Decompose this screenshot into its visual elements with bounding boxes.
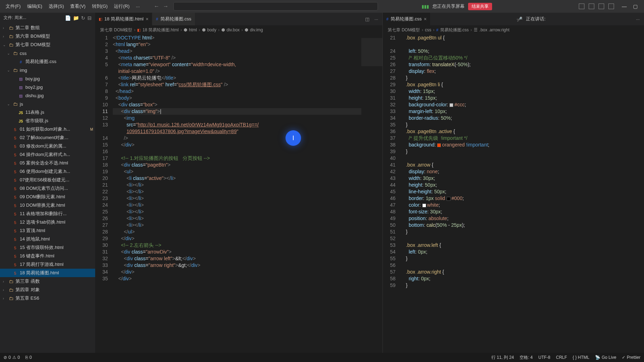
status-spaces[interactable]: 空格: 4 bbox=[520, 355, 533, 361]
editor-group-1: ◧ 18 简易轮播图.html × # 简易轮播图.css ◫ ··· 第七章 … bbox=[95, 13, 383, 353]
share-status: 您正在共享屏幕 bbox=[433, 3, 465, 10]
breadcrumb-2[interactable]: 第七章 DOM模型› css› #简易轮播图.css› ☰.box .arrow… bbox=[383, 25, 644, 35]
tree-item[interactable]: 508 DOM元素节点访问... bbox=[0, 184, 95, 193]
tree-item[interactable]: 514 抓地鼠.html bbox=[0, 235, 95, 243]
menu-run[interactable]: 运行(R) bbox=[111, 2, 132, 11]
html5-icon: ◧ bbox=[99, 17, 102, 21]
minimap-1[interactable] bbox=[361, 35, 382, 353]
tree-item[interactable]: 518 简易轮播图.html bbox=[0, 269, 95, 277]
tree-item[interactable]: 503 修改dom元素的属... bbox=[0, 142, 95, 150]
new-file-icon[interactable]: 📄 bbox=[65, 15, 71, 21]
layout-custom-icon[interactable] bbox=[608, 4, 614, 9]
mic-muted-icon[interactable]: 🎤 bbox=[517, 17, 522, 22]
tree-item[interactable]: ▨boy.jpg bbox=[0, 74, 95, 83]
status-encoding[interactable]: UTF-8 bbox=[538, 355, 550, 361]
menu-goto[interactable]: 转到(G) bbox=[89, 2, 111, 11]
file-tree: ›🗀第二章 数组›🗀第六章 BOM模型⌄🗀第七章 DOM模型⌄🗀css#简易轮播… bbox=[0, 23, 95, 353]
tree-item[interactable]: 507使用ES6模板创建元... bbox=[0, 176, 95, 184]
tree-item[interactable]: ›🗀第四章 对象 bbox=[0, 286, 95, 294]
status-cursor[interactable]: 行 11, 列 24 bbox=[491, 355, 514, 361]
tree-item[interactable]: JS11表格.js bbox=[0, 108, 95, 117]
status-prettier[interactable]: ✓ Prettier bbox=[622, 355, 640, 361]
refresh-icon[interactable]: ↻ bbox=[81, 15, 85, 21]
tree-item[interactable]: JS省市级联.js bbox=[0, 117, 95, 125]
menu-bar: 文件(F) 编辑(E) 选择(S) 查看(V) 转到(G) 运行(R) ··· … bbox=[0, 0, 644, 13]
tab-html[interactable]: ◧ 18 简易轮播图.html × bbox=[95, 13, 152, 25]
explorer-header: 文件: 周末... 📄 📁 ↻ ⊟ bbox=[0, 13, 95, 23]
explorer-title: 文件: 周末... bbox=[4, 15, 63, 21]
split-editor-icon[interactable]: ◫ bbox=[365, 17, 369, 22]
css-icon: # bbox=[156, 17, 158, 21]
menu-overflow[interactable]: ··· bbox=[133, 2, 142, 11]
tree-item[interactable]: ⌄🗀img bbox=[0, 66, 95, 74]
collapse-icon[interactable]: ⊟ bbox=[87, 15, 92, 21]
status-golive[interactable]: 📡 Go Live bbox=[595, 355, 616, 361]
tree-item[interactable]: 511 表格增加和删除行... bbox=[0, 210, 95, 218]
end-share-button[interactable]: 结束共享 bbox=[468, 3, 492, 10]
more-actions-icon[interactable]: ··· bbox=[636, 17, 640, 22]
tree-item[interactable]: 501 如何获取dom对象.h...M bbox=[0, 125, 95, 133]
code-editor-2[interactable]: 2124252627282930313233343536373839404142… bbox=[383, 35, 644, 353]
breadcrumb-1[interactable]: 第七章 DOM模型› ◧18 简易轮播图.html› ⬢html› ⬢body›… bbox=[95, 25, 382, 35]
tabs-2: # 简易轮播图.css × 🎤 正在讲话: ··· bbox=[383, 13, 644, 25]
tree-item[interactable]: ›🗀第六章 BOM模型 bbox=[0, 32, 95, 40]
tab-css-2[interactable]: # 简易轮播图.css × bbox=[383, 13, 430, 25]
tree-item[interactable]: ⌄🗀第七章 DOM模型 bbox=[0, 40, 95, 49]
tree-item[interactable]: ›🗀第二章 数组 bbox=[0, 24, 95, 32]
tree-item[interactable]: 502 了解document对象... bbox=[0, 133, 95, 142]
css-icon: # bbox=[386, 17, 388, 21]
tree-item[interactable]: 512 选项卡tab切换.html bbox=[0, 218, 95, 226]
status-lang[interactable]: { } HTML bbox=[573, 355, 589, 361]
menu-edit[interactable]: 编辑(E) bbox=[24, 2, 45, 11]
editor-group-2: # 简易轮播图.css × 🎤 正在讲话: ··· 第七章 DOM模型› css… bbox=[383, 13, 644, 353]
status-bar: ⊘ 0 ⚠ 0 ⎘ 0 行 11, 列 24 空格: 4 UTF-8 CRLF … bbox=[0, 353, 644, 362]
tab-label: 简易轮播图.css bbox=[160, 16, 191, 22]
tree-item[interactable]: 506 使用dom创建元素.h... bbox=[0, 167, 95, 176]
tree-item[interactable]: 505 案例全选全不选.html bbox=[0, 159, 95, 167]
tree-item[interactable]: 516 键盘事件.html bbox=[0, 252, 95, 260]
tree-item[interactable]: #简易轮播图.css bbox=[0, 57, 95, 66]
voice-status: 正在讲话: bbox=[526, 16, 546, 22]
tree-item[interactable]: ⌄🗀css bbox=[0, 49, 95, 57]
command-center[interactable] bbox=[173, 2, 378, 11]
tree-item[interactable]: 510 DOM替换元素.html bbox=[0, 201, 95, 210]
share-signal-icon: ▮▮▮ bbox=[422, 4, 429, 9]
tree-item[interactable]: 509 DOM删除元素.html bbox=[0, 193, 95, 201]
tree-item[interactable]: 515 省市级联特效.html bbox=[0, 243, 95, 252]
tree-item[interactable]: ▨boy2.jpg bbox=[0, 83, 95, 91]
new-folder-icon[interactable]: 📁 bbox=[73, 15, 79, 21]
tree-item[interactable]: ›🗀第五章 ES6 bbox=[0, 294, 95, 302]
layout-bottom-icon[interactable] bbox=[589, 4, 594, 9]
status-errors[interactable]: ⊘ 0 ⚠ 0 bbox=[4, 355, 20, 360]
menu-view[interactable]: 查看(V) bbox=[67, 2, 88, 11]
close-icon[interactable]: × bbox=[424, 16, 427, 22]
cursor-indicator-icon: I bbox=[286, 130, 301, 146]
status-eol[interactable]: CRLF bbox=[556, 355, 567, 361]
layout-left-icon[interactable] bbox=[579, 4, 584, 9]
tree-item[interactable]: ⌄🗀js bbox=[0, 100, 95, 108]
more-actions-icon[interactable]: ··· bbox=[374, 17, 378, 22]
explorer-sidebar: 文件: 周末... 📄 📁 ↻ ⊟ ›🗀第二章 数组›🗀第六章 BOM模型⌄🗀第… bbox=[0, 13, 95, 353]
menu-select[interactable]: 选择(S) bbox=[46, 2, 67, 11]
nav-forward-icon[interactable]: → bbox=[163, 3, 168, 10]
tree-item[interactable]: ›🗀第三章 函数 bbox=[0, 277, 95, 286]
layout-right-icon[interactable] bbox=[599, 4, 604, 9]
tree-item[interactable]: 504 操作dom元素样式.h... bbox=[0, 150, 95, 159]
minimize-icon[interactable]: — bbox=[622, 4, 627, 9]
maximize-icon[interactable]: ▢ bbox=[633, 4, 638, 9]
code-editor-1[interactable]: 1234567891011121314151617181920212223242… bbox=[95, 35, 382, 353]
tab-label: 18 简易轮播图.html bbox=[104, 16, 143, 22]
tabs-1: ◧ 18 简易轮播图.html × # 简易轮播图.css ◫ ··· bbox=[95, 13, 382, 25]
menu-file[interactable]: 文件(F) bbox=[3, 2, 24, 11]
close-icon[interactable]: × bbox=[146, 16, 148, 22]
tree-item[interactable]: 513 置顶.html bbox=[0, 226, 95, 235]
tree-item[interactable]: ▨dishu.jpg bbox=[0, 91, 95, 100]
tree-item[interactable]: 517 简易打字游戏.html bbox=[0, 260, 95, 269]
status-port[interactable]: ⎘ 0 bbox=[25, 355, 32, 360]
nav-back-icon[interactable]: ← bbox=[154, 3, 159, 10]
minimap-2[interactable] bbox=[623, 35, 644, 353]
tab-css[interactable]: # 简易轮播图.css bbox=[152, 13, 195, 25]
tab-label: 简易轮播图.css bbox=[391, 16, 422, 22]
